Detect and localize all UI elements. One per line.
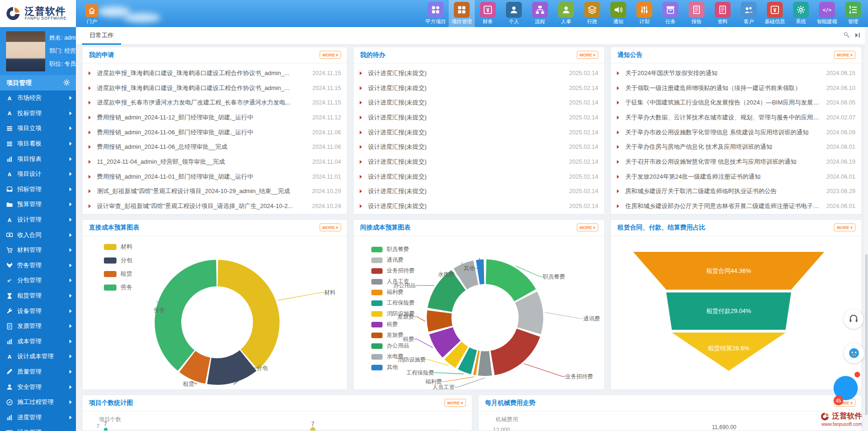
list-item[interactable]: 设计进度汇报(未提交)2025.02.14	[360, 110, 598, 125]
list-item[interactable]: 费用报销_admin_2024-11-06_部门经理审批_胡建,_运行中2024…	[89, 125, 341, 140]
legend-item[interactable]: 税费	[371, 319, 415, 330]
legend-item[interactable]: 福利费	[371, 287, 415, 298]
legend-item[interactable]: 劳务	[104, 281, 132, 294]
list-item[interactable]: 设计进度汇报(未提交)2025.02.14	[360, 95, 598, 110]
legend-item[interactable]: 其他	[371, 362, 415, 373]
more-button[interactable]: MORE	[320, 51, 341, 59]
gear-icon[interactable]	[63, 79, 70, 86]
list-item[interactable]: 费用报销_admin_2024-11-12_部门经理审批_胡建,_运行中2024…	[89, 110, 341, 125]
list-item[interactable]: 费用报销_admin_2024-11-01_部门经理审批_胡建,_运行中2024…	[89, 169, 341, 184]
sidebar-item-租赁管理[interactable]: 租赁管理	[0, 288, 76, 304]
sidebar-item-招标管理[interactable]: 招标管理	[0, 182, 76, 197]
app-button-系统[interactable]: 系统	[788, 0, 814, 27]
sidebar-item-成本管理[interactable]: 成本管理	[0, 334, 76, 349]
legend-item[interactable]: 人员工资	[371, 276, 415, 287]
legend-item[interactable]: 材料	[104, 240, 132, 254]
list-item[interactable]: 进度款申报_珠海鹤港口建设_珠海鹤港口建设工程合作协议书_admin_...20…	[89, 66, 341, 81]
app-button-人事[interactable]: 人事	[553, 0, 579, 27]
app-button-任务[interactable]: 任务	[657, 0, 683, 27]
sidebar-item-发票管理[interactable]: 发票管理	[0, 319, 76, 334]
sidebar-item-设计管理[interactable]: A设计管理	[0, 212, 76, 228]
sidebar-item-质量管理[interactable]: 质量管理	[0, 364, 76, 380]
app-button-报告[interactable]: 报告	[683, 0, 710, 27]
list-item[interactable]: 设计审查_彭祖新城"四馆"景观工程设计项目_请选择_胡广生_2024-10-2.…	[89, 199, 341, 214]
sidebar-item-项目报表[interactable]: 项目报表	[0, 151, 76, 167]
sidebar-item-劳务管理[interactable]: 劳务管理	[0, 258, 76, 273]
sidebar-item-项目立项[interactable]: 项目立项	[0, 121, 76, 136]
list-item[interactable]: 关于举办住房与房地产信息化 技术及应用培训班的通知2024.06.01	[617, 139, 855, 154]
legend-item[interactable]: 水电费	[371, 351, 415, 362]
list-item[interactable]: 关于举办大数据、云计算技术在城市建设、规划、管理与服务中的应用培训班...202…	[617, 110, 855, 125]
more-button[interactable]: MORE	[444, 399, 466, 407]
list-item[interactable]: 关于召开市政公用设施智慧化管理 信息技术与应用培训班的通知2024.06.19	[617, 154, 855, 169]
more-button[interactable]: MORE	[577, 223, 598, 231]
list-item[interactable]: 关于领取一级注册建造师增项贴的通知（须持一建证书前来领取）2024.06.10	[617, 81, 855, 96]
app-button-行政[interactable]: 行政	[579, 0, 605, 27]
pie-segment-材料[interactable]	[218, 260, 280, 369]
app-button-管理[interactable]: 管理	[840, 0, 866, 27]
list-item[interactable]: 设计进度汇报(未提交)2025.02.14	[360, 66, 598, 81]
legend-item[interactable]: 业务招待费	[371, 265, 415, 276]
app-button-通知[interactable]: 通知	[605, 0, 631, 27]
list-item[interactable]: 费用报销_admin_2024-11-06_总经理审批__完成2024.11.0…	[89, 139, 341, 154]
more-button[interactable]: MORE	[320, 223, 341, 231]
legend-item[interactable]: 分包	[104, 254, 132, 267]
app-button-智能建模[interactable]: </>智能建模	[814, 0, 840, 27]
sidebar-item-市场经营[interactable]: A市场经营	[0, 90, 76, 106]
list-item[interactable]: 11_2024-11-04_admin_经营部_领导审批__完成2024.11.…	[89, 154, 341, 169]
assistant-widget[interactable]	[844, 343, 864, 363]
more-button[interactable]: MORE	[834, 51, 855, 59]
legend-item[interactable]: 职员餐费	[371, 244, 415, 255]
list-item[interactable]: 关于发放2024年第24批一级建造师注册证书的通知2024.06.01	[617, 169, 855, 184]
tab-daily-work[interactable]: 日常工作	[82, 27, 121, 45]
funnel-band-3[interactable]	[672, 333, 786, 371]
list-item[interactable]: 设计进度汇报(未提交)2025.02.14	[360, 139, 598, 154]
sidebar-item-分包管理[interactable]: x²分包管理	[0, 273, 76, 288]
list-item[interactable]: 于征集《中国建筑施工行业信息化发展报告（2024）—BIM应用与发展》材料...…	[617, 95, 855, 110]
list-item[interactable]: 设计进度汇报(未提交)2025.02.14	[360, 169, 598, 184]
app-button-财务[interactable]: ¥财务	[475, 0, 501, 27]
list-item[interactable]: 房和城乡建设厅关于取消二级建造师临时执业证书的公告2023.08.29	[617, 184, 855, 199]
list-item[interactable]: 进度款申报_长春市伊通河水力发电厂改建工程_长春市伊通河水力发电...2024.…	[89, 95, 341, 110]
sidebar-item-材料管理[interactable]: 材料管理	[0, 243, 76, 258]
pie-segment-人员工资[interactable]	[478, 351, 492, 376]
app-button-流程[interactable]: 流程	[527, 0, 553, 27]
app-button-基础信息[interactable]: ¥基础信息	[762, 0, 788, 27]
app-button-项目管理[interactable]: 项目管理	[449, 0, 475, 27]
app-button-客户[interactable]: 客户	[736, 0, 762, 27]
collapse-panel-icon[interactable]	[854, 32, 861, 39]
sidebar-item-预算管理[interactable]: 预算管理	[0, 197, 76, 212]
list-item[interactable]: 设计进度汇报(未提交)2025.02.14	[360, 154, 598, 169]
sidebar-item-项目看板[interactable]: 项目看板	[0, 136, 76, 152]
legend-item[interactable]: 差旅费	[371, 330, 415, 341]
app-button-资料[interactable]: 资料	[710, 0, 736, 27]
list-item[interactable]: 关于举办市政公用设施数字化管理信息 系统建设与应用培训班的通知2024.06.0…	[617, 125, 855, 140]
list-item[interactable]: 测试_彭祖新城"四馆"景观工程设计项目_2024-10-29_admin_结束_…	[89, 184, 341, 199]
more-button[interactable]: MORE	[577, 51, 598, 59]
sidebar-item-施工过程管理[interactable]: 施工过程管理	[0, 395, 76, 410]
more-button[interactable]: MORE	[834, 223, 855, 231]
customer-service-widget[interactable]	[844, 309, 863, 329]
list-item[interactable]: 关于2024年国庆节放假安排的通知2024.06.15	[617, 66, 855, 81]
app-button-个人[interactable]: 个人	[501, 0, 527, 27]
legend-item[interactable]: 租赁	[104, 267, 132, 281]
sidebar-item-证件管理[interactable]: 证件管理	[0, 425, 76, 431]
pie-segment-职员餐费[interactable]	[486, 259, 536, 301]
legend-item[interactable]: 办公用品	[371, 341, 415, 351]
sidebar-item-进度管理[interactable]: 进度管理	[0, 410, 76, 425]
list-item[interactable]: 设计进度汇报(未提交)2025.02.14	[360, 125, 598, 140]
pie-segment-劳务[interactable]	[155, 260, 217, 371]
sidebar-item-设计成本管理[interactable]: A设计成本管理	[0, 349, 76, 364]
legend-item[interactable]: 工程保险费	[371, 298, 415, 308]
pie-segment-业务招待费[interactable]	[491, 329, 540, 375]
scrollbar-thumb[interactable]	[865, 254, 868, 415]
sidebar-item-收入合同[interactable]: 收入合同	[0, 227, 76, 243]
legend-item[interactable]: 通讯费	[371, 255, 415, 265]
key-icon[interactable]	[843, 32, 850, 39]
app-button-甲方项目[interactable]: 甲方项目	[423, 0, 449, 27]
app-button-计划[interactable]: 计划	[631, 0, 657, 27]
sidebar-item-设备管理[interactable]: 设备管理	[0, 303, 76, 319]
scrollbar[interactable]	[865, 27, 868, 431]
portal-button[interactable]: 门户	[79, 1, 104, 27]
list-item[interactable]: 设计进度汇报(未提交)2025.02.14	[360, 199, 598, 214]
